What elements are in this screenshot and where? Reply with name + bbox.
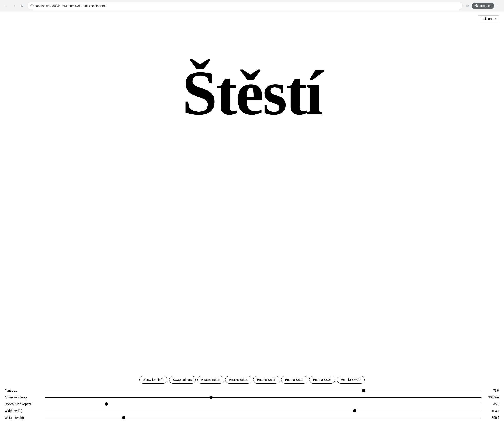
optical-size-label: Optical Size (opsz) bbox=[5, 402, 45, 406]
font-size-value: 73% bbox=[481, 389, 499, 392]
optical-size-track bbox=[45, 404, 481, 404]
weight-slider-row: Weight (wght)399.6 bbox=[5, 414, 499, 421]
font-size-track bbox=[45, 391, 481, 391]
optical-size-value: 45.8 bbox=[481, 402, 499, 406]
weight-label: Weight (wght) bbox=[5, 416, 45, 419]
optical-size-slider-row: Optical Size (opsz)45.8 bbox=[5, 401, 499, 408]
width-label: Width (wdth) bbox=[5, 409, 45, 413]
weight-thumb[interactable] bbox=[122, 416, 125, 419]
fullscreen-button[interactable]: Fullscreen bbox=[478, 15, 499, 22]
incognito-label: Incognito bbox=[479, 4, 491, 7]
weight-track bbox=[45, 418, 481, 418]
enable-ss05-button[interactable]: Enable SS05 bbox=[309, 376, 335, 384]
address-bar[interactable]: ⓘ localhost:8080/WordMasterBX90000Excels… bbox=[27, 2, 463, 10]
animation-delay-slider-row: Animation delay3000ms bbox=[5, 394, 499, 401]
reload-button[interactable]: ↻ bbox=[19, 3, 25, 9]
width-value: 104.1 bbox=[481, 409, 499, 413]
swap-colours-button[interactable]: Swap colours bbox=[169, 376, 196, 384]
width-track-container[interactable] bbox=[45, 409, 481, 413]
address-bar-url: localhost:8080/WordMasterBX90000Excelsio… bbox=[36, 4, 459, 8]
font-size-label: Font size bbox=[5, 389, 45, 392]
back-button[interactable]: ← bbox=[3, 3, 9, 9]
animation-delay-label: Animation delay bbox=[5, 396, 45, 399]
animation-delay-track bbox=[45, 397, 481, 397]
bookmark-button[interactable]: ☆ bbox=[464, 3, 471, 9]
width-slider-row: Width (wdth)104.1 bbox=[5, 408, 499, 414]
show-font-info-button[interactable]: Show font info bbox=[139, 376, 167, 384]
optical-size-track-container[interactable] bbox=[45, 402, 481, 406]
browser-chrome: ← → ↻ ⓘ localhost:8080/WordMasterBX90000… bbox=[0, 0, 504, 12]
optical-size-thumb[interactable] bbox=[105, 403, 108, 406]
font-size-track-container[interactable] bbox=[45, 388, 481, 393]
animation-delay-track-container[interactable] bbox=[45, 395, 481, 400]
button-row: Show font infoSwap coloursEnable SS15Ena… bbox=[0, 376, 504, 384]
lock-icon: ⓘ bbox=[30, 4, 34, 8]
font-size-thumb[interactable] bbox=[362, 389, 365, 392]
browser-actions: ☆ Incognito ⋮ bbox=[464, 3, 501, 9]
forward-button[interactable]: → bbox=[11, 3, 17, 9]
enable-ss11-button[interactable]: Enable SS11 bbox=[253, 376, 279, 384]
controls-area: Show font infoSwap coloursEnable SS15Ena… bbox=[0, 371, 504, 421]
display-text: Štěstí bbox=[182, 61, 322, 125]
width-thumb[interactable] bbox=[353, 409, 356, 412]
animation-delay-value: 3000ms bbox=[481, 396, 499, 399]
enable-ss15-button[interactable]: Enable SS15 bbox=[198, 376, 224, 384]
incognito-icon bbox=[474, 4, 478, 8]
enable-smcp-button[interactable]: Enable SMCP bbox=[337, 376, 365, 384]
page-content: Fullscreen Štěstí Show font infoSwap col… bbox=[0, 12, 504, 421]
weight-track-container[interactable] bbox=[45, 415, 481, 420]
weight-value: 399.6 bbox=[481, 416, 499, 419]
menu-button[interactable]: ⋮ bbox=[495, 3, 501, 9]
text-display-area: Štěstí bbox=[0, 12, 504, 170]
incognito-button[interactable]: Incognito bbox=[472, 3, 494, 9]
animation-delay-thumb[interactable] bbox=[210, 396, 213, 399]
enable-ss10-button[interactable]: Enable SS10 bbox=[281, 376, 307, 384]
sliders-section: Font size73%Animation delay3000msOptical… bbox=[0, 387, 504, 421]
width-track bbox=[45, 411, 481, 411]
font-size-slider-row: Font size73% bbox=[5, 387, 499, 394]
enable-ss14-button[interactable]: Enable SS14 bbox=[225, 376, 252, 384]
